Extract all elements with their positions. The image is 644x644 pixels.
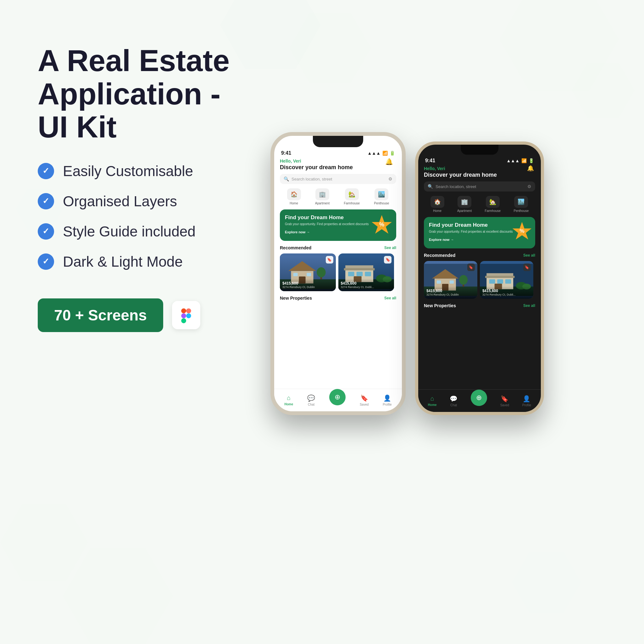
saved-nav-label-light: Saved <box>360 403 369 406</box>
prop-card-1-dark[interactable]: 🔖 $415,600 3274 Rensbury Ct, Dublin <box>424 261 477 299</box>
status-time-dark: 9:41 <box>425 158 435 164</box>
prop-card-2-light[interactable]: 🔖 $415,600 3274 Rensbury Ct, Dubli... <box>338 253 394 291</box>
svg-point-4 <box>186 314 191 319</box>
prop-overlay-2-light: $415,600 3274 Rensbury Ct, Dubli... <box>338 279 394 291</box>
promo-banner-dark[interactable]: Find your Dream Home Grab your opportuni… <box>424 217 535 248</box>
cat-icon-farm-light: 🏡 <box>345 188 359 200</box>
check-icon-1 <box>38 163 54 179</box>
new-properties-header-light: New Properties See all <box>280 296 396 301</box>
cat-icon-home-dark: 🏠 <box>430 196 444 208</box>
search-placeholder-dark: Search location, street <box>436 184 525 189</box>
nav-profile-light[interactable]: 👤 Profile <box>383 394 391 406</box>
svg-rect-21 <box>348 272 354 276</box>
prop-addr-2-light: 3274 Rensbury Ct, Dubli... <box>341 286 392 289</box>
nav-explore-dark[interactable]: ⊕ <box>471 390 487 406</box>
save-btn-1-light[interactable]: 🔖 <box>326 256 333 264</box>
profile-nav-icon-light: 👤 <box>383 394 391 402</box>
prop-card-1-light[interactable]: 🔖 $415,600 3274 Rensbury Ct, Dublin <box>280 253 336 291</box>
svg-text:%: % <box>519 228 524 234</box>
feature-item-3: Style Guide included <box>38 223 258 240</box>
promo-banner-light[interactable]: Find your Dream Home Grab your opportuni… <box>280 209 396 241</box>
cat-tab-farm-light[interactable]: 🏡 Farmhouse <box>344 188 360 205</box>
see-all-recommended-light[interactable]: See all <box>384 246 396 250</box>
phone-dark-statusbar: 9:41 ▲▲▲ 📶 🔋 <box>418 155 541 164</box>
home-nav-label-light: Home <box>284 403 293 406</box>
property-cards-light: 🔖 $415,600 3274 Rensbury Ct, Dublin <box>280 253 396 291</box>
filter-icon-light[interactable]: ⚙ <box>388 176 392 181</box>
chat-nav-label-dark: Chat <box>450 403 457 407</box>
feature-label-4: Dark & Light Mode <box>63 253 183 270</box>
cat-icon-apt-dark: 🏢 <box>458 196 471 208</box>
check-icon-2 <box>38 193 54 209</box>
see-all-new-dark[interactable]: See all <box>523 303 535 308</box>
phone-light-content: Hello, Veri Discover your dream home 🔔 🔍… <box>274 156 402 303</box>
nav-home-dark[interactable]: ⌂ Home <box>428 395 437 407</box>
home-nav-label-dark: Home <box>428 403 437 407</box>
cat-tab-home-dark[interactable]: 🏠 Home <box>430 196 444 213</box>
nav-saved-light[interactable]: 🔖 Saved <box>360 394 369 406</box>
feature-item-1: Easily Customisable <box>38 163 258 180</box>
nav-home-light[interactable]: ⌂ Home <box>284 394 293 406</box>
cat-tab-pent-light[interactable]: 🏙️ Penthouse <box>374 188 389 205</box>
nav-chat-dark[interactable]: 💬 Chat <box>450 395 458 407</box>
search-icon-dark: 🔍 <box>428 184 433 189</box>
discover-dark: Discover your dream home <box>424 172 535 178</box>
prop-price-1-dark: $415,600 <box>426 289 475 293</box>
chat-nav-label-light: Chat <box>308 403 314 406</box>
cat-tab-apt-dark[interactable]: 🏢 Apartment <box>457 196 472 213</box>
filter-icon-dark[interactable]: ⚙ <box>527 184 531 189</box>
bell-icon-light[interactable]: 🔔 <box>385 158 393 165</box>
search-bar-dark[interactable]: 🔍 Search location, street ⚙ <box>424 181 535 192</box>
screens-badge: 70 + Screens <box>38 298 258 332</box>
nav-saved-dark[interactable]: 🔖 Saved <box>500 395 509 407</box>
cat-tab-pent-dark[interactable]: 🏙️ Penthouse <box>514 196 529 213</box>
status-icons-light: ▲▲▲ 📶 🔋 <box>367 151 395 156</box>
svg-rect-22 <box>356 272 363 276</box>
cat-icon-farm-dark: 🏡 <box>486 196 500 208</box>
saved-nav-icon-dark: 🔖 <box>501 395 508 403</box>
see-all-new-light[interactable]: See all <box>384 296 396 300</box>
cat-tab-farm-dark[interactable]: 🏡 Farmhouse <box>485 196 501 213</box>
prop-addr-2-dark: 3274 Rensbury Ct, Dubli... <box>482 293 531 296</box>
nav-chat-light[interactable]: 💬 Chat <box>307 394 315 406</box>
save-btn-1-dark[interactable]: 🔖 <box>467 264 475 271</box>
svg-rect-3 <box>181 318 186 323</box>
prop-overlay-1-light: $415,600 3274 Rensbury Ct, Dublin <box>280 279 336 291</box>
discount-badge-light: % <box>370 214 393 236</box>
screens-count-label: 70 + Screens <box>38 298 163 332</box>
cat-label-home-light: Home <box>290 202 298 205</box>
nav-explore-light[interactable]: ⊕ <box>329 389 346 405</box>
chat-nav-icon-dark: 💬 <box>450 395 458 403</box>
see-all-recommended-dark[interactable]: See all <box>523 253 535 258</box>
cat-label-farm-light: Farmhouse <box>344 202 360 205</box>
home-nav-icon-light: ⌂ <box>287 394 291 402</box>
discover-light: Discover your dream home <box>280 164 396 171</box>
prop-card-2-dark[interactable]: 🔖 $415,600 3274 Rensbury Ct, Dubli... <box>480 261 533 299</box>
cat-label-farm-dark: Farmhouse <box>485 209 501 213</box>
category-tabs-dark: 🏠 Home 🏢 Apartment 🏡 Farmhouse 🏙️ Pentho… <box>424 196 535 213</box>
svg-rect-45 <box>505 279 511 284</box>
svg-rect-2 <box>181 314 186 319</box>
explore-btn-dark[interactable]: Explore now → <box>429 238 454 241</box>
svg-rect-20 <box>344 268 375 270</box>
new-props-title-light: New Properties <box>280 296 312 301</box>
bell-icon-dark[interactable]: 🔔 <box>527 165 534 172</box>
greeting-dark: Hello, Veri <box>424 166 535 171</box>
search-bar-light[interactable]: 🔍 Search location, street ⚙ <box>280 174 396 184</box>
recommended-title-dark: Recommended <box>424 253 455 258</box>
category-tabs-light: 🏠 Home 🏢 Apartment 🏡 Farmhouse 🏙️ Pentho… <box>280 188 396 205</box>
cat-tab-apt-light[interactable]: 🏢 Apartment <box>315 188 330 205</box>
save-btn-2-light[interactable]: 🔖 <box>384 256 391 264</box>
discount-badge-dark: % <box>511 221 533 242</box>
explore-btn-light[interactable]: Explore now → <box>285 230 310 234</box>
explore-nav-icon-dark: ⊕ <box>476 394 482 402</box>
status-icons-dark: ▲▲▲ 📶 🔋 <box>506 158 534 163</box>
svg-rect-13 <box>307 273 311 276</box>
feature-item-2: Organised Layers <box>38 193 258 210</box>
save-btn-2-dark[interactable]: 🔖 <box>523 264 531 271</box>
nav-profile-dark[interactable]: 👤 Profile <box>522 395 531 407</box>
new-props-title-dark: New Properties <box>424 303 456 308</box>
svg-text:%: % <box>379 221 384 228</box>
cat-tab-home-light[interactable]: 🏠 Home <box>287 188 301 205</box>
profile-nav-label-light: Profile <box>383 403 391 406</box>
